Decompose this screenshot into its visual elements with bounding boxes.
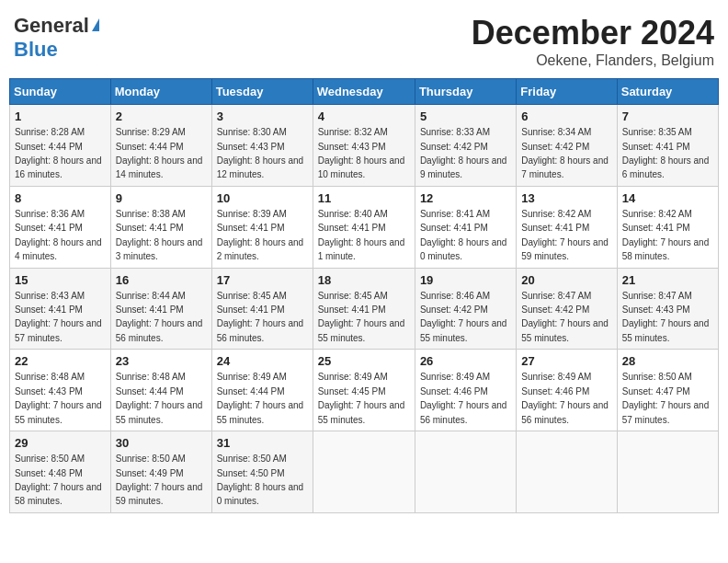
calendar-cell	[415, 431, 516, 513]
day-sunset: Sunset: 4:42 PM	[521, 304, 589, 315]
calendar-cell: 1 Sunrise: 8:28 AM Sunset: 4:44 PM Dayli…	[10, 105, 111, 187]
col-header-saturday: Saturday	[617, 79, 718, 105]
day-sunrise: Sunrise: 8:30 AM	[217, 127, 287, 137]
calendar-cell: 12 Sunrise: 8:41 AM Sunset: 4:41 PM Dayl…	[415, 186, 516, 268]
calendar-location: Oekene, Flanders, Belgium	[472, 52, 714, 69]
day-sunrise: Sunrise: 8:48 AM	[15, 372, 85, 382]
day-sunrise: Sunrise: 8:49 AM	[420, 372, 490, 382]
day-daylight: Daylight: 8 hours and 10 minutes.	[318, 155, 405, 179]
calendar-table: SundayMondayTuesdayWednesdayThursdayFrid…	[9, 78, 719, 513]
day-sunrise: Sunrise: 8:34 AM	[521, 127, 591, 137]
calendar-cell: 21 Sunrise: 8:47 AM Sunset: 4:43 PM Dayl…	[617, 268, 718, 350]
day-number: 10	[217, 190, 308, 207]
day-number: 31	[217, 435, 308, 452]
day-sunrise: Sunrise: 8:38 AM	[116, 209, 186, 219]
col-header-tuesday: Tuesday	[211, 79, 313, 105]
day-sunset: Sunset: 4:41 PM	[116, 304, 184, 315]
day-sunset: Sunset: 4:43 PM	[318, 142, 386, 152]
day-daylight: Daylight: 8 hours and 9 minutes.	[420, 155, 507, 179]
day-number: 11	[318, 190, 410, 207]
calendar-cell: 18 Sunrise: 8:45 AM Sunset: 4:41 PM Dayl…	[313, 268, 415, 350]
calendar-cell: 27 Sunrise: 8:49 AM Sunset: 4:46 PM Dayl…	[517, 350, 617, 431]
calendar-week-4: 22 Sunrise: 8:48 AM Sunset: 4:43 PM Dayl…	[10, 350, 719, 431]
day-number: 30	[116, 435, 207, 452]
day-daylight: Daylight: 7 hours and 57 minutes.	[622, 400, 710, 424]
day-sunrise: Sunrise: 8:49 AM	[318, 372, 388, 382]
header: General Blue December 2024 Oekene, Fland…	[9, 9, 719, 69]
day-sunrise: Sunrise: 8:50 AM	[116, 454, 186, 464]
calendar-cell: 11 Sunrise: 8:40 AM Sunset: 4:41 PM Dayl…	[313, 186, 415, 268]
day-sunset: Sunset: 4:45 PM	[318, 386, 386, 396]
day-daylight: Daylight: 7 hours and 55 minutes.	[318, 400, 405, 424]
day-sunrise: Sunrise: 8:36 AM	[15, 209, 85, 219]
day-sunset: Sunset: 4:43 PM	[217, 142, 285, 152]
calendar-cell: 31 Sunrise: 8:50 AM Sunset: 4:50 PM Dayl…	[211, 431, 313, 513]
day-number: 12	[420, 190, 511, 207]
day-daylight: Daylight: 7 hours and 56 minutes.	[521, 400, 609, 424]
day-sunset: Sunset: 4:44 PM	[116, 386, 184, 396]
day-sunrise: Sunrise: 8:44 AM	[116, 291, 186, 301]
day-number: 17	[217, 272, 308, 289]
day-sunset: Sunset: 4:41 PM	[217, 304, 285, 315]
day-daylight: Daylight: 7 hours and 55 minutes.	[116, 400, 203, 424]
col-header-sunday: Sunday	[10, 79, 111, 105]
calendar-week-1: 1 Sunrise: 8:28 AM Sunset: 4:44 PM Dayli…	[10, 105, 719, 187]
day-daylight: Daylight: 7 hours and 55 minutes.	[15, 400, 102, 424]
day-daylight: Daylight: 7 hours and 58 minutes.	[622, 237, 710, 261]
day-number: 2	[116, 109, 207, 125]
day-sunset: Sunset: 4:42 PM	[420, 304, 488, 315]
day-sunset: Sunset: 4:41 PM	[622, 223, 690, 233]
day-sunrise: Sunrise: 8:42 AM	[622, 209, 692, 219]
calendar-cell: 14 Sunrise: 8:42 AM Sunset: 4:41 PM Dayl…	[617, 186, 718, 268]
day-number: 6	[521, 109, 611, 125]
day-daylight: Daylight: 8 hours and 3 minutes.	[116, 237, 203, 261]
day-daylight: Daylight: 7 hours and 59 minutes.	[116, 482, 203, 506]
day-daylight: Daylight: 8 hours and 1 minute.	[318, 237, 405, 261]
calendar-cell: 20 Sunrise: 8:47 AM Sunset: 4:42 PM Dayl…	[517, 268, 617, 350]
calendar-cell: 15 Sunrise: 8:43 AM Sunset: 4:41 PM Dayl…	[10, 268, 111, 350]
day-number: 8	[15, 190, 106, 207]
day-sunset: Sunset: 4:41 PM	[217, 223, 285, 233]
day-sunset: Sunset: 4:42 PM	[521, 142, 589, 152]
calendar-cell: 2 Sunrise: 8:29 AM Sunset: 4:44 PM Dayli…	[110, 105, 211, 187]
calendar-cell: 24 Sunrise: 8:49 AM Sunset: 4:44 PM Dayl…	[211, 350, 313, 431]
day-sunrise: Sunrise: 8:48 AM	[116, 372, 186, 382]
day-daylight: Daylight: 8 hours and 4 minutes.	[15, 237, 102, 261]
day-sunrise: Sunrise: 8:49 AM	[217, 372, 287, 382]
day-sunrise: Sunrise: 8:32 AM	[318, 127, 388, 137]
day-daylight: Daylight: 7 hours and 59 minutes.	[521, 237, 609, 261]
day-number: 24	[217, 353, 308, 370]
day-daylight: Daylight: 7 hours and 56 minutes.	[116, 318, 203, 342]
day-number: 20	[521, 272, 611, 289]
day-number: 18	[318, 272, 410, 289]
day-daylight: Daylight: 7 hours and 55 minutes.	[318, 318, 405, 342]
day-daylight: Daylight: 7 hours and 55 minutes.	[217, 400, 304, 424]
col-header-wednesday: Wednesday	[313, 79, 415, 105]
day-sunrise: Sunrise: 8:40 AM	[318, 209, 388, 219]
day-sunrise: Sunrise: 8:33 AM	[420, 127, 490, 137]
day-sunrise: Sunrise: 8:50 AM	[217, 454, 287, 464]
calendar-cell: 28 Sunrise: 8:50 AM Sunset: 4:47 PM Dayl…	[617, 350, 718, 431]
day-daylight: Daylight: 7 hours and 58 minutes.	[15, 482, 102, 506]
calendar-cell: 19 Sunrise: 8:46 AM Sunset: 4:42 PM Dayl…	[415, 268, 516, 350]
day-sunrise: Sunrise: 8:39 AM	[217, 209, 287, 219]
calendar-cell: 6 Sunrise: 8:34 AM Sunset: 4:42 PM Dayli…	[517, 105, 617, 187]
col-header-thursday: Thursday	[415, 79, 516, 105]
day-number: 16	[116, 272, 207, 289]
calendar-cell: 8 Sunrise: 8:36 AM Sunset: 4:41 PM Dayli…	[10, 186, 111, 268]
day-number: 4	[318, 109, 410, 125]
calendar-week-2: 8 Sunrise: 8:36 AM Sunset: 4:41 PM Dayli…	[10, 186, 719, 268]
logo-blue-text: Blue	[14, 38, 58, 61]
day-daylight: Daylight: 8 hours and 0 minutes.	[217, 482, 304, 506]
day-daylight: Daylight: 8 hours and 16 minutes.	[15, 155, 102, 179]
day-number: 22	[15, 353, 106, 370]
day-number: 21	[622, 272, 713, 289]
day-number: 7	[622, 109, 713, 125]
day-sunset: Sunset: 4:44 PM	[217, 386, 285, 396]
day-sunset: Sunset: 4:44 PM	[116, 142, 184, 152]
day-sunset: Sunset: 4:47 PM	[622, 386, 690, 396]
day-daylight: Daylight: 7 hours and 56 minutes.	[420, 400, 507, 424]
day-number: 14	[622, 190, 713, 207]
calendar-cell: 29 Sunrise: 8:50 AM Sunset: 4:48 PM Dayl…	[10, 431, 111, 513]
day-number: 19	[420, 272, 511, 289]
